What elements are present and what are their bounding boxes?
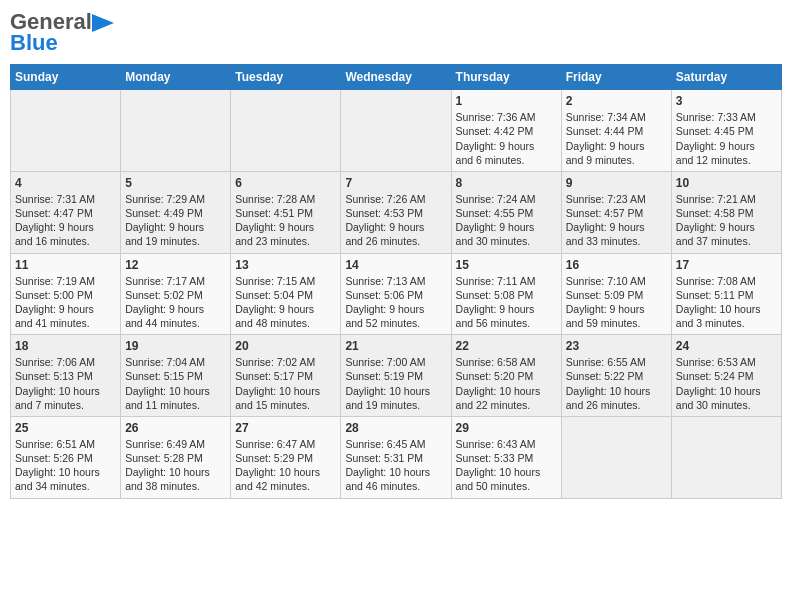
calendar-cell bbox=[121, 90, 231, 172]
day-number: 21 bbox=[345, 339, 446, 353]
calendar-cell: 27Sunrise: 6:47 AM Sunset: 5:29 PM Dayli… bbox=[231, 416, 341, 498]
calendar-cell: 28Sunrise: 6:45 AM Sunset: 5:31 PM Dayli… bbox=[341, 416, 451, 498]
day-info: Sunrise: 7:33 AM Sunset: 4:45 PM Dayligh… bbox=[676, 110, 777, 167]
day-number: 19 bbox=[125, 339, 226, 353]
calendar-cell bbox=[231, 90, 341, 172]
day-number: 29 bbox=[456, 421, 557, 435]
day-info: Sunrise: 6:43 AM Sunset: 5:33 PM Dayligh… bbox=[456, 437, 557, 494]
calendar-cell bbox=[671, 416, 781, 498]
day-number: 15 bbox=[456, 258, 557, 272]
day-info: Sunrise: 6:55 AM Sunset: 5:22 PM Dayligh… bbox=[566, 355, 667, 412]
calendar-cell: 17Sunrise: 7:08 AM Sunset: 5:11 PM Dayli… bbox=[671, 253, 781, 335]
weekday-header-monday: Monday bbox=[121, 65, 231, 90]
day-number: 27 bbox=[235, 421, 336, 435]
calendar-cell: 22Sunrise: 6:58 AM Sunset: 5:20 PM Dayli… bbox=[451, 335, 561, 417]
day-info: Sunrise: 7:10 AM Sunset: 5:09 PM Dayligh… bbox=[566, 274, 667, 331]
calendar-cell: 25Sunrise: 6:51 AM Sunset: 5:26 PM Dayli… bbox=[11, 416, 121, 498]
calendar-cell: 9Sunrise: 7:23 AM Sunset: 4:57 PM Daylig… bbox=[561, 171, 671, 253]
calendar-week-row: 4Sunrise: 7:31 AM Sunset: 4:47 PM Daylig… bbox=[11, 171, 782, 253]
day-number: 16 bbox=[566, 258, 667, 272]
day-number: 26 bbox=[125, 421, 226, 435]
day-number: 4 bbox=[15, 176, 116, 190]
day-info: Sunrise: 6:53 AM Sunset: 5:24 PM Dayligh… bbox=[676, 355, 777, 412]
day-number: 24 bbox=[676, 339, 777, 353]
page-header: General Blue bbox=[10, 10, 782, 56]
calendar-cell bbox=[341, 90, 451, 172]
day-number: 14 bbox=[345, 258, 446, 272]
calendar-cell: 18Sunrise: 7:06 AM Sunset: 5:13 PM Dayli… bbox=[11, 335, 121, 417]
calendar-cell bbox=[11, 90, 121, 172]
calendar-cell: 15Sunrise: 7:11 AM Sunset: 5:08 PM Dayli… bbox=[451, 253, 561, 335]
day-info: Sunrise: 6:51 AM Sunset: 5:26 PM Dayligh… bbox=[15, 437, 116, 494]
day-number: 3 bbox=[676, 94, 777, 108]
svg-marker-0 bbox=[92, 14, 114, 32]
day-info: Sunrise: 7:28 AM Sunset: 4:51 PM Dayligh… bbox=[235, 192, 336, 249]
day-info: Sunrise: 7:17 AM Sunset: 5:02 PM Dayligh… bbox=[125, 274, 226, 331]
weekday-header-tuesday: Tuesday bbox=[231, 65, 341, 90]
calendar-week-row: 25Sunrise: 6:51 AM Sunset: 5:26 PM Dayli… bbox=[11, 416, 782, 498]
day-info: Sunrise: 7:24 AM Sunset: 4:55 PM Dayligh… bbox=[456, 192, 557, 249]
calendar-cell: 10Sunrise: 7:21 AM Sunset: 4:58 PM Dayli… bbox=[671, 171, 781, 253]
calendar-cell: 12Sunrise: 7:17 AM Sunset: 5:02 PM Dayli… bbox=[121, 253, 231, 335]
day-number: 12 bbox=[125, 258, 226, 272]
day-number: 11 bbox=[15, 258, 116, 272]
calendar-cell: 8Sunrise: 7:24 AM Sunset: 4:55 PM Daylig… bbox=[451, 171, 561, 253]
day-info: Sunrise: 6:49 AM Sunset: 5:28 PM Dayligh… bbox=[125, 437, 226, 494]
day-info: Sunrise: 7:36 AM Sunset: 4:42 PM Dayligh… bbox=[456, 110, 557, 167]
calendar-cell: 6Sunrise: 7:28 AM Sunset: 4:51 PM Daylig… bbox=[231, 171, 341, 253]
day-info: Sunrise: 7:04 AM Sunset: 5:15 PM Dayligh… bbox=[125, 355, 226, 412]
day-info: Sunrise: 7:26 AM Sunset: 4:53 PM Dayligh… bbox=[345, 192, 446, 249]
day-info: Sunrise: 6:58 AM Sunset: 5:20 PM Dayligh… bbox=[456, 355, 557, 412]
weekday-header-wednesday: Wednesday bbox=[341, 65, 451, 90]
calendar-week-row: 1Sunrise: 7:36 AM Sunset: 4:42 PM Daylig… bbox=[11, 90, 782, 172]
calendar-cell: 1Sunrise: 7:36 AM Sunset: 4:42 PM Daylig… bbox=[451, 90, 561, 172]
day-info: Sunrise: 6:45 AM Sunset: 5:31 PM Dayligh… bbox=[345, 437, 446, 494]
calendar-week-row: 18Sunrise: 7:06 AM Sunset: 5:13 PM Dayli… bbox=[11, 335, 782, 417]
logo-blue: Blue bbox=[10, 30, 114, 56]
weekday-header-sunday: Sunday bbox=[11, 65, 121, 90]
day-info: Sunrise: 7:34 AM Sunset: 4:44 PM Dayligh… bbox=[566, 110, 667, 167]
day-info: Sunrise: 7:02 AM Sunset: 5:17 PM Dayligh… bbox=[235, 355, 336, 412]
day-number: 5 bbox=[125, 176, 226, 190]
day-number: 10 bbox=[676, 176, 777, 190]
calendar-cell bbox=[561, 416, 671, 498]
weekday-header-saturday: Saturday bbox=[671, 65, 781, 90]
day-number: 25 bbox=[15, 421, 116, 435]
day-number: 2 bbox=[566, 94, 667, 108]
day-number: 6 bbox=[235, 176, 336, 190]
day-number: 17 bbox=[676, 258, 777, 272]
calendar-week-row: 11Sunrise: 7:19 AM Sunset: 5:00 PM Dayli… bbox=[11, 253, 782, 335]
day-number: 13 bbox=[235, 258, 336, 272]
calendar-cell: 13Sunrise: 7:15 AM Sunset: 5:04 PM Dayli… bbox=[231, 253, 341, 335]
day-number: 8 bbox=[456, 176, 557, 190]
day-info: Sunrise: 7:23 AM Sunset: 4:57 PM Dayligh… bbox=[566, 192, 667, 249]
calendar-cell: 3Sunrise: 7:33 AM Sunset: 4:45 PM Daylig… bbox=[671, 90, 781, 172]
day-info: Sunrise: 7:31 AM Sunset: 4:47 PM Dayligh… bbox=[15, 192, 116, 249]
weekday-header-friday: Friday bbox=[561, 65, 671, 90]
day-number: 9 bbox=[566, 176, 667, 190]
calendar-cell: 4Sunrise: 7:31 AM Sunset: 4:47 PM Daylig… bbox=[11, 171, 121, 253]
calendar-cell: 16Sunrise: 7:10 AM Sunset: 5:09 PM Dayli… bbox=[561, 253, 671, 335]
calendar-cell: 26Sunrise: 6:49 AM Sunset: 5:28 PM Dayli… bbox=[121, 416, 231, 498]
day-number: 7 bbox=[345, 176, 446, 190]
day-info: Sunrise: 7:08 AM Sunset: 5:11 PM Dayligh… bbox=[676, 274, 777, 331]
calendar-cell: 29Sunrise: 6:43 AM Sunset: 5:33 PM Dayli… bbox=[451, 416, 561, 498]
calendar-cell: 2Sunrise: 7:34 AM Sunset: 4:44 PM Daylig… bbox=[561, 90, 671, 172]
day-info: Sunrise: 7:21 AM Sunset: 4:58 PM Dayligh… bbox=[676, 192, 777, 249]
day-info: Sunrise: 7:00 AM Sunset: 5:19 PM Dayligh… bbox=[345, 355, 446, 412]
calendar-cell: 24Sunrise: 6:53 AM Sunset: 5:24 PM Dayli… bbox=[671, 335, 781, 417]
day-number: 23 bbox=[566, 339, 667, 353]
day-info: Sunrise: 6:47 AM Sunset: 5:29 PM Dayligh… bbox=[235, 437, 336, 494]
calendar-cell: 20Sunrise: 7:02 AM Sunset: 5:17 PM Dayli… bbox=[231, 335, 341, 417]
calendar-header-row: SundayMondayTuesdayWednesdayThursdayFrid… bbox=[11, 65, 782, 90]
day-number: 22 bbox=[456, 339, 557, 353]
day-info: Sunrise: 7:29 AM Sunset: 4:49 PM Dayligh… bbox=[125, 192, 226, 249]
day-info: Sunrise: 7:11 AM Sunset: 5:08 PM Dayligh… bbox=[456, 274, 557, 331]
calendar-cell: 5Sunrise: 7:29 AM Sunset: 4:49 PM Daylig… bbox=[121, 171, 231, 253]
day-number: 1 bbox=[456, 94, 557, 108]
day-info: Sunrise: 7:19 AM Sunset: 5:00 PM Dayligh… bbox=[15, 274, 116, 331]
calendar-cell: 7Sunrise: 7:26 AM Sunset: 4:53 PM Daylig… bbox=[341, 171, 451, 253]
calendar-cell: 23Sunrise: 6:55 AM Sunset: 5:22 PM Dayli… bbox=[561, 335, 671, 417]
calendar-cell: 11Sunrise: 7:19 AM Sunset: 5:00 PM Dayli… bbox=[11, 253, 121, 335]
day-info: Sunrise: 7:15 AM Sunset: 5:04 PM Dayligh… bbox=[235, 274, 336, 331]
